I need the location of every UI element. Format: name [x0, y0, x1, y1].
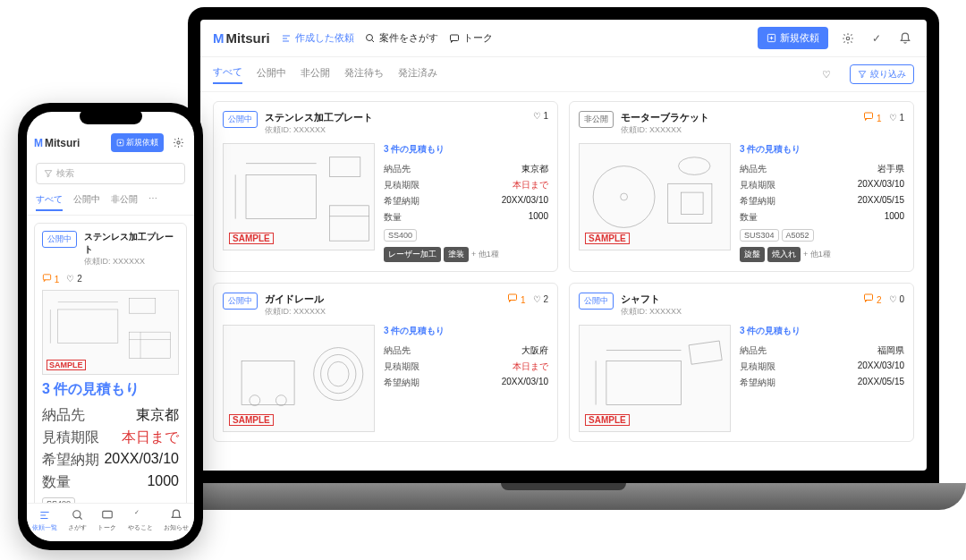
card-id: 依頼ID: XXXXXX	[265, 124, 373, 136]
tab-private[interactable]: 非公開	[111, 193, 138, 211]
quote-count: 3 件の見積もり	[42, 380, 179, 399]
search-link[interactable]: 案件をさがす	[365, 31, 438, 45]
nav-requests[interactable]: 依頼一覧	[32, 509, 57, 532]
detail-row: 数量1000	[384, 209, 548, 225]
tab-more[interactable]: ⋯	[148, 193, 157, 211]
comment-icon	[42, 273, 52, 283]
comment-count: 1	[507, 293, 525, 305]
search-input[interactable]: 検索	[36, 163, 185, 184]
comment-count: 1	[863, 111, 881, 123]
gear-icon	[842, 32, 854, 45]
tab-all[interactable]: すべて	[213, 65, 242, 84]
detail-row: 納品先東京都	[42, 404, 179, 427]
new-request-button[interactable]: 新規依頼	[111, 133, 164, 152]
request-card[interactable]: 公開中 ステンレス加工プレート依頼ID: XXXXXX ♡ 1 SAMPLE 3…	[213, 101, 558, 272]
gear-icon	[173, 137, 184, 148]
phone-mockup: MMitsuri 新規依頼 検索 すべて 公開中 非公開 ⋯ 公開中	[18, 103, 203, 550]
mobile-tabs: すべて 公開中 非公開 ⋯	[27, 190, 194, 216]
svg-rect-23	[242, 361, 294, 404]
svg-point-49	[73, 511, 80, 518]
status-badge: 公開中	[223, 293, 258, 310]
detail-row: 希望納期20XX/03/10	[42, 449, 179, 471]
plus-box-icon	[116, 139, 124, 147]
drawing-thumbnail: SAMPLE	[42, 290, 179, 375]
nav-tasks[interactable]: やること	[128, 509, 153, 532]
svg-point-26	[314, 348, 363, 401]
drawing-thumbnail: SAMPLE	[223, 325, 375, 432]
svg-rect-16	[865, 113, 873, 119]
material-tag: SUS304	[740, 229, 779, 242]
process-tag: 塗装	[444, 247, 469, 262]
drawing-thumbnail: SAMPLE	[579, 143, 731, 250]
process-tag: レーザー加工	[384, 247, 441, 262]
check-icon	[134, 509, 147, 522]
desktop-header: MMitsuri 作成した依頼 案件をさがす トーク 新規依頼	[200, 20, 927, 57]
card-title: ステンレス加工プレート	[265, 111, 373, 124]
tab-public[interactable]: 公開中	[257, 66, 286, 83]
process-tag: 旋盤	[740, 247, 765, 262]
status-badge: 公開中	[223, 111, 258, 128]
nav-search[interactable]: さがす	[68, 509, 87, 532]
svg-rect-31	[689, 341, 722, 364]
card-title: モーターブラケット	[621, 111, 709, 124]
material-tag: SS400	[384, 229, 417, 242]
svg-rect-20	[668, 183, 712, 223]
tab-private[interactable]: 非公開	[301, 66, 330, 83]
svg-rect-30	[606, 361, 682, 404]
material-tag: A5052	[782, 229, 814, 242]
detail-row: 納品先東京都	[384, 161, 548, 177]
quote-count: 3 件の見積もり	[384, 143, 548, 156]
detail-row: 希望納期20XX/05/15	[740, 375, 904, 391]
talk-link[interactable]: トーク	[449, 31, 493, 45]
settings-button[interactable]	[839, 30, 857, 47]
quote-count: 3 件の見積もり	[740, 143, 904, 156]
tab-public[interactable]: 公開中	[73, 193, 100, 211]
svg-point-3	[366, 34, 372, 40]
nav-notifications[interactable]: お知らせ	[164, 509, 189, 532]
sample-watermark: SAMPLE	[47, 360, 86, 370]
svg-point-37	[176, 141, 179, 144]
drawing-thumbnail: SAMPLE	[223, 143, 375, 250]
detail-row: 見積期限20XX/03/10	[740, 359, 904, 375]
request-card[interactable]: 公開中 ガイドレール依頼ID: XXXXXX 1♡ 2 SAMPLE 3 件の見…	[213, 283, 558, 442]
detail-row: 納品先福岡県	[740, 343, 904, 359]
mobile-bottom-nav: 依頼一覧 さがす トーク やること お知らせ	[27, 503, 194, 541]
svg-point-28	[327, 361, 349, 386]
svg-rect-38	[43, 275, 50, 280]
new-request-button[interactable]: 新規依頼	[758, 27, 828, 49]
request-card[interactable]: 公開中 ステンレス加工プレート 依頼ID: XXXXXX 1 ♡ 2 SAMPL…	[34, 223, 187, 518]
comment-count: 1	[42, 273, 59, 284]
status-badge: 公開中	[42, 231, 77, 248]
settings-button[interactable]	[169, 134, 187, 152]
tab-all[interactable]: すべて	[36, 193, 63, 211]
svg-rect-11	[329, 157, 360, 177]
svg-rect-39	[58, 310, 118, 344]
sample-watermark: SAMPLE	[585, 233, 630, 244]
svg-rect-29	[865, 294, 873, 301]
list-icon	[281, 33, 292, 44]
svg-rect-10	[246, 174, 317, 218]
svg-rect-21	[682, 192, 704, 215]
desktop-tabs: すべて 公開中 非公開 発注待ち 発注済み 絞り込み	[200, 57, 927, 92]
favorites-button[interactable]	[818, 65, 835, 83]
tasks-button[interactable]	[868, 30, 886, 47]
created-requests-link[interactable]: 作成した依頼	[281, 31, 354, 45]
svg-point-19	[679, 157, 710, 175]
tab-pending[interactable]: 発注待ち	[344, 66, 384, 83]
plus-box-icon	[767, 33, 776, 43]
logo[interactable]: MMitsuri	[213, 30, 270, 46]
notifications-button[interactable]	[896, 30, 914, 47]
request-card[interactable]: 公開中 シャフト依頼ID: XXXXXX 2♡ 0 SAMPLE 3 件の見積も…	[569, 283, 914, 442]
request-card[interactable]: 非公開 モーターブラケット依頼ID: XXXXXX 1♡ 1 SAMPLE 3 …	[569, 101, 914, 272]
like-count: ♡ 1	[533, 111, 548, 121]
svg-rect-51	[103, 511, 113, 518]
filter-button[interactable]: 絞り込み	[850, 64, 914, 84]
svg-point-27	[321, 354, 356, 393]
tab-ordered[interactable]: 発注済み	[398, 66, 437, 83]
detail-row: 希望納期20XX/03/10	[384, 375, 548, 391]
nav-talk[interactable]: トーク	[97, 509, 116, 532]
svg-point-9	[846, 37, 850, 40]
mobile-app: MMitsuri 新規依頼 検索 すべて 公開中 非公開 ⋯ 公開中	[27, 112, 194, 541]
comment-count: 2	[863, 293, 881, 305]
logo[interactable]: MMitsuri	[34, 137, 80, 149]
